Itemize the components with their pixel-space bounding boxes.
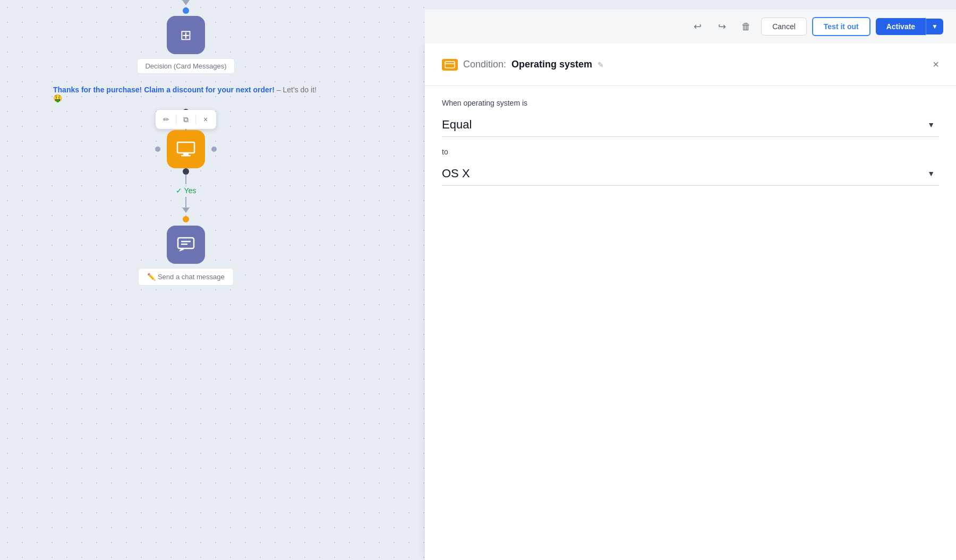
to-label: to xyxy=(442,148,939,156)
flow-nodes: ⊞ Decision (Card Messages) Thanks for th… xyxy=(27,0,345,286)
side-dot-left xyxy=(155,147,160,152)
side-dot-right xyxy=(211,147,217,152)
delete-node-button[interactable]: × xyxy=(198,112,213,127)
decision-label: Decision (Card Messages) xyxy=(137,58,234,74)
copy-node-button[interactable]: ⧉ xyxy=(178,112,193,127)
test-button[interactable]: Test it out xyxy=(812,17,870,36)
svg-rect-2 xyxy=(181,155,191,157)
node-action-toolbar: ✏ ⧉ × xyxy=(156,110,216,129)
condition-node-container: ✏ ⧉ × xyxy=(167,130,205,168)
yes-label-row: ✓ Yes xyxy=(27,186,345,195)
chat-icon xyxy=(177,237,195,253)
message-bold-part: Thanks for the purchase! Claim a discoun… xyxy=(53,85,275,94)
panel-edit-button[interactable]: ✎ xyxy=(598,61,604,69)
condition-panel-icon xyxy=(442,59,458,71)
when-label: When operating system is xyxy=(442,99,939,107)
redo-button[interactable]: ↪ xyxy=(712,17,731,36)
panel-form: When operating system is Equal Not Equal… xyxy=(442,86,939,186)
action-sep-2 xyxy=(195,115,196,124)
activate-arrow-icon: ▼ xyxy=(932,23,938,30)
condition-icon-svg xyxy=(445,61,455,68)
svg-rect-0 xyxy=(177,142,194,153)
condition-prefix: Condition: xyxy=(463,59,506,70)
message-row: Thanks for the purchase! Claim a discoun… xyxy=(27,74,345,109)
top-connector xyxy=(27,0,345,14)
action-sep-1 xyxy=(176,115,176,124)
close-node-icon: × xyxy=(203,115,208,124)
redo-icon: ↪ xyxy=(718,21,726,32)
equal-select[interactable]: Equal Not Equal Contains xyxy=(442,113,939,137)
os-select-wrapper: OS X Windows Linux iOS Android ▼ xyxy=(442,161,939,186)
edit-node-button[interactable]: ✏ xyxy=(159,112,174,127)
condition-node-box[interactable] xyxy=(167,130,205,168)
cancel-button[interactable]: Cancel xyxy=(761,18,807,36)
panel-header: Condition: Operating system ✎ × xyxy=(442,58,939,71)
edit-icon: ✏ xyxy=(163,115,169,124)
svg-rect-3 xyxy=(178,238,194,248)
decision-node-box[interactable]: ⊞ xyxy=(167,16,205,54)
equal-select-wrapper: Equal Not Equal Contains ▼ xyxy=(442,113,939,137)
flow-canvas: ⊞ Decision (Card Messages) Thanks for th… xyxy=(0,0,425,560)
monitor-icon xyxy=(176,141,195,157)
connector-2 xyxy=(27,168,345,184)
delete-button[interactable]: 🗑 xyxy=(737,17,756,36)
chat-node-label: ✏️ Send a chat message xyxy=(138,268,233,286)
copy-icon: ⧉ xyxy=(183,115,189,124)
undo-icon: ↩ xyxy=(694,21,702,32)
panel-close-button[interactable]: × xyxy=(933,58,939,71)
condition-value: Operating system xyxy=(511,59,592,70)
message-sep: – xyxy=(275,85,283,94)
check-icon: ✓ xyxy=(176,186,182,195)
activate-button[interactable]: Activate xyxy=(876,18,926,35)
message-text: Thanks for the purchase! Claim a discoun… xyxy=(53,85,319,102)
svg-rect-7 xyxy=(445,62,455,68)
undo-button[interactable]: ↩ xyxy=(688,17,707,36)
chat-node-box[interactable] xyxy=(167,226,205,264)
os-select[interactable]: OS X Windows Linux iOS Android xyxy=(442,161,939,186)
condition-node-wrapper: ✏ ⧉ × xyxy=(27,130,345,168)
side-panel: Condition: Operating system ✎ × When ope… xyxy=(425,44,956,560)
condition-icon-box xyxy=(442,59,458,71)
chat-node: ✏️ Send a chat message xyxy=(27,226,345,286)
activate-group: Activate ▼ xyxy=(876,18,943,35)
svg-rect-1 xyxy=(183,153,189,155)
toolbar: ↩ ↪ 🗑 Cancel Test it out Activate ▼ xyxy=(425,10,956,44)
yes-text: Yes xyxy=(184,186,197,195)
activate-dropdown-button[interactable]: ▼ xyxy=(926,19,943,35)
decision-node: ⊞ Decision (Card Messages) xyxy=(27,16,345,74)
decision-icon: ⊞ xyxy=(180,27,192,44)
yellow-dot xyxy=(183,216,189,222)
panel-title-area: Condition: Operating system ✎ xyxy=(442,59,604,71)
trash-icon: 🗑 xyxy=(741,21,751,32)
arrow-down-2 xyxy=(27,197,345,213)
